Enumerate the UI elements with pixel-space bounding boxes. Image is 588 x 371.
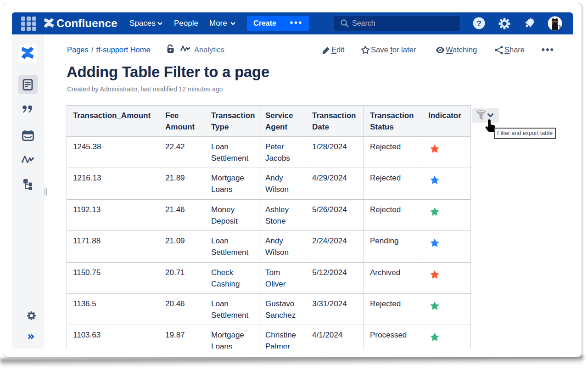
- svg-text:?: ?: [476, 19, 481, 28]
